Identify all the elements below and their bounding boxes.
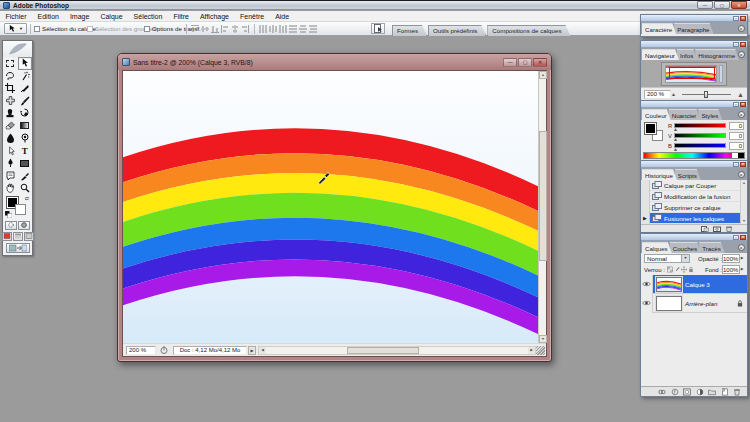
tool-history-brush[interactable] — [18, 107, 33, 120]
layer-style-icon[interactable]: f — [671, 388, 679, 396]
tool-notes[interactable] — [3, 170, 18, 183]
history-item[interactable]: Modification de la fusion — [641, 191, 747, 202]
fill-value-box[interactable]: 100% — [722, 265, 740, 274]
menu-fenetre[interactable]: Fenêtre — [235, 13, 270, 20]
tool-slice[interactable] — [18, 82, 33, 95]
imageready-button[interactable] — [6, 243, 30, 253]
red-value-box[interactable]: 0 — [729, 122, 744, 130]
blend-mode-select[interactable]: Normal▼ — [644, 254, 690, 263]
tool-zoom[interactable] — [18, 182, 33, 195]
canvas[interactable] — [123, 71, 538, 343]
lock-transparency-icon[interactable] — [667, 266, 673, 273]
layer-row-arriere-plan[interactable]: Arrière-plan — [641, 294, 747, 313]
palette-menu-button[interactable]: ▸ — [738, 111, 745, 118]
color-spectrum-bar[interactable] — [643, 152, 745, 159]
new-snapshot-icon[interactable] — [713, 226, 721, 232]
close-button[interactable]: ✕ — [731, 1, 747, 9]
navigator-preview[interactable] — [641, 60, 747, 88]
layer-row-calque3[interactable]: Calque 3 — [641, 275, 747, 294]
vertical-scrollbar[interactable]: ▲ ▼ — [538, 71, 546, 343]
zoom-slider-thumb[interactable] — [704, 91, 708, 98]
history-snapshot-gutter[interactable] — [641, 191, 650, 202]
zoom-level-box[interactable]: 200 % — [126, 346, 156, 355]
layer-name[interactable]: Calque 3 — [685, 281, 710, 288]
lock-all-icon[interactable] — [688, 266, 694, 273]
history-snapshot-gutter[interactable] — [641, 202, 650, 213]
tool-crop[interactable] — [3, 82, 18, 95]
scroll-up-arrow[interactable]: ▲ — [539, 71, 547, 79]
tab-infos[interactable]: Infos — [677, 49, 697, 60]
red-slider-track[interactable]: ▲ — [674, 123, 726, 128]
horizontal-scroll-thumb[interactable] — [347, 347, 419, 354]
scroll-left-arrow[interactable]: ◀ — [259, 347, 266, 354]
tool-blur[interactable] — [3, 132, 18, 145]
palette-minimize-button[interactable]: – — [733, 16, 739, 21]
menu-filtre[interactable]: Filtre — [168, 13, 195, 20]
tab-traces[interactable]: Tracés — [699, 242, 725, 253]
green-slider-track[interactable]: ▲ — [674, 133, 726, 138]
palette-close-button[interactable]: ✕ — [740, 42, 746, 47]
tab-couches[interactable]: Couches — [670, 242, 701, 253]
background-color-swatch[interactable] — [15, 204, 26, 215]
default-colors-icon[interactable] — [5, 211, 12, 218]
fill-spinner[interactable]: ▶ — [740, 265, 744, 274]
history-item-selected[interactable]: ▶ Fusionner les calques — [641, 213, 747, 224]
menu-calque[interactable]: Calque — [95, 13, 128, 20]
palette-minimize-button[interactable]: – — [733, 162, 739, 167]
tool-dodge[interactable] — [18, 132, 33, 145]
doc-close-button[interactable]: ✕ — [533, 58, 547, 67]
palette-minimize-button[interactable]: – — [733, 102, 739, 107]
menu-fichier[interactable]: Fichier — [0, 13, 32, 20]
tool-eyedropper[interactable] — [18, 170, 33, 183]
history-state-slider[interactable]: ▶ — [641, 213, 650, 224]
palette-minimize-button[interactable]: – — [733, 42, 739, 47]
resize-grip[interactable] — [536, 346, 545, 355]
scroll-down-arrow[interactable]: ▼ — [539, 335, 547, 343]
adobe-feather-logo[interactable] — [3, 41, 32, 57]
layer-mask-icon[interactable] — [683, 388, 691, 396]
menu-selection[interactable]: Sélection — [128, 13, 168, 20]
tool-path-selection[interactable] — [3, 145, 18, 158]
scroll-right-arrow[interactable]: ▶ — [528, 347, 535, 354]
tool-healing-brush[interactable] — [3, 95, 18, 108]
link-layers-icon[interactable] — [658, 388, 666, 396]
palette-close-button[interactable]: ✕ — [740, 162, 746, 167]
tool-hand[interactable] — [3, 182, 18, 195]
layer-visibility-toggle[interactable] — [641, 294, 653, 313]
current-tool-button[interactable]: ▼ — [4, 23, 27, 34]
navigator-zoom-slider[interactable] — [678, 88, 735, 100]
lock-position-icon[interactable] — [681, 266, 687, 273]
zoom-out-icon[interactable]: ▲ — [671, 91, 676, 97]
opacity-spinner[interactable]: ▶ — [740, 254, 744, 263]
history-item[interactable]: Calque par Couper — [641, 180, 747, 191]
adjustment-layer-icon[interactable] — [696, 388, 704, 396]
tab-caractere[interactable]: Caractère — [642, 23, 676, 34]
tool-type[interactable]: T — [18, 145, 33, 158]
layer-thumbnail[interactable] — [656, 277, 682, 292]
status-menu-arrow[interactable]: ▶ — [248, 346, 256, 355]
tool-presets-button[interactable] — [371, 23, 385, 34]
opacity-value-box[interactable]: 100% — [722, 254, 740, 263]
delete-state-icon[interactable] — [725, 226, 733, 232]
history-item[interactable]: Supprimer ce calque — [641, 202, 747, 213]
fullscreen-button[interactable] — [24, 232, 34, 241]
standard-mode-button[interactable] — [5, 221, 17, 230]
standard-screen-button[interactable] — [2, 232, 12, 241]
tool-pen[interactable] — [3, 157, 18, 170]
zoom-in-icon[interactable]: ▲ — [737, 91, 744, 98]
lock-pixels-icon[interactable] — [674, 266, 680, 273]
tool-rectangular-marquee[interactable] — [3, 57, 18, 70]
layer-name[interactable]: Arrière-plan — [685, 300, 717, 307]
new-group-icon[interactable] — [708, 388, 716, 396]
layer-thumbnail[interactable] — [656, 296, 682, 311]
menu-aide[interactable]: Aide — [270, 13, 295, 20]
well-tab-formes[interactable]: Formes — [392, 25, 427, 36]
menu-affichage[interactable]: Affichage — [194, 13, 234, 20]
document-titlebar[interactable]: Sans titre-2 @ 200% (Calque 3, RVB/8) — … — [118, 54, 551, 70]
quick-mask-mode-button[interactable] — [18, 221, 30, 230]
palette-close-button[interactable]: ✕ — [740, 102, 746, 107]
well-tab-compositions[interactable]: Compositions de calques — [487, 25, 570, 36]
new-document-from-state-icon[interactable] — [701, 226, 709, 232]
blue-slider-track[interactable]: ▲ — [674, 143, 726, 148]
tab-paragraphe[interactable]: Paragraphe — [674, 23, 713, 34]
